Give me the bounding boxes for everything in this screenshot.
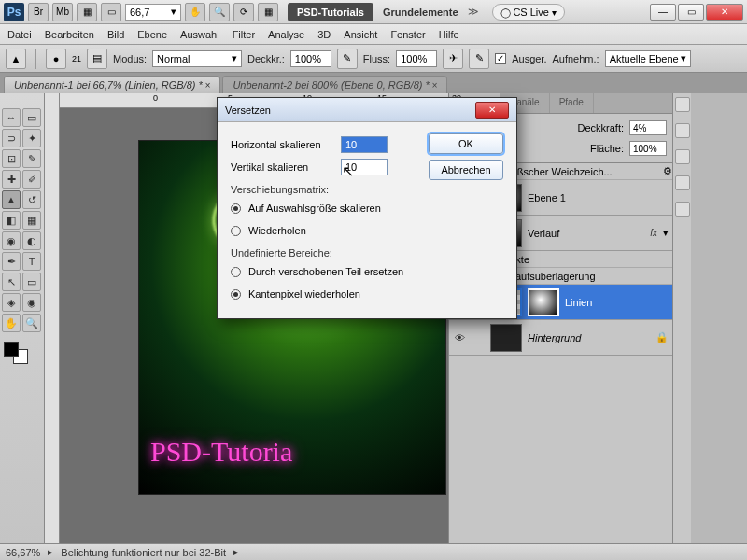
path-tool[interactable]: ↖	[2, 273, 21, 291]
shape-tool[interactable]: ▭	[22, 273, 41, 291]
radio-kantenpixel[interactable]	[231, 289, 241, 300]
crop-tool[interactable]: ⊡	[2, 149, 21, 168]
brush-preset-icon[interactable]: ●	[46, 49, 66, 69]
foreground-color[interactable]	[4, 342, 19, 357]
ausger-checkbox[interactable]	[495, 53, 506, 64]
modus-dropdown[interactable]: Normal▾	[152, 50, 242, 67]
flaeche-input[interactable]: 100%	[629, 141, 667, 156]
lock-icon: 🔒	[655, 331, 669, 343]
bridge-icon[interactable]: Br	[28, 3, 49, 21]
dialog-close-button[interactable]: ✕	[475, 102, 509, 119]
menu-auswahl[interactable]: Auswahl	[180, 29, 219, 40]
layer-mask-thumbnail[interactable]	[528, 288, 559, 316]
maximize-button[interactable]: ▭	[678, 4, 704, 21]
3d-camera-tool[interactable]: ◉	[22, 293, 41, 312]
type-tool[interactable]: T	[22, 252, 41, 271]
artwork-text: PSD-Tutoria	[150, 436, 292, 468]
history-brush-tool[interactable]: ↺	[22, 190, 41, 209]
status-message: Belichtung funktioniert nur bei 32-Bit	[61, 547, 226, 558]
eyedropper-tool[interactable]: ✎	[22, 149, 41, 168]
rotate-icon[interactable]: ⟳	[233, 3, 254, 21]
fluss-input[interactable]: 100%	[396, 50, 437, 67]
radio-wiederholen[interactable]	[231, 226, 241, 236]
menu-ansicht[interactable]: Ansicht	[344, 29, 377, 40]
marquee-tool[interactable]: ▭	[22, 108, 41, 127]
panel-icon-1[interactable]	[675, 97, 690, 112]
hand-icon[interactable]: ✋	[185, 3, 205, 21]
ok-button[interactable]: OK	[429, 133, 503, 154]
doc-tab-2[interactable]: Unbenannt-2 bei 800% (Ebene 0, RGB/8) * …	[222, 76, 447, 93]
heal-tool[interactable]: ✚	[2, 170, 21, 189]
airbrush-icon[interactable]: ✈	[443, 49, 463, 69]
brush-panel-icon[interactable]: ▤	[87, 49, 107, 69]
wand-tool[interactable]: ✦	[22, 129, 41, 147]
menu-bearbeiten[interactable]: Bearbeiten	[45, 29, 94, 40]
layer-thumbnail[interactable]	[490, 324, 522, 352]
panel-icon-5[interactable]	[675, 202, 690, 217]
menu-bild[interactable]: Bild	[107, 29, 124, 40]
lasso-tool[interactable]: ⊃	[2, 129, 21, 147]
blur-tool[interactable]: ◉	[2, 231, 21, 250]
stamp-tool-icon[interactable]: ▲	[6, 49, 26, 69]
layer-name[interactable]: Linien	[565, 297, 592, 308]
cancel-button[interactable]: Abbrechen	[429, 160, 503, 180]
menu-fenster[interactable]: Fenster	[390, 29, 425, 40]
screenmode-icon[interactable]: ▭	[101, 3, 121, 21]
visibility-icon[interactable]: 👁	[453, 331, 466, 344]
dodge-tool[interactable]: ◐	[22, 231, 41, 250]
pressure-opacity-icon[interactable]: ✎	[337, 49, 358, 69]
fluss-label: Fluss:	[363, 53, 390, 64]
vertical-input[interactable]	[341, 159, 388, 175]
chevrons-icon[interactable]: ≫	[468, 6, 479, 18]
menu-ebene[interactable]: Ebene	[137, 29, 167, 40]
horizontal-input[interactable]	[341, 136, 388, 153]
ausger-label: Ausger.	[512, 53, 546, 64]
zoom-icon[interactable]: 🔍	[209, 3, 230, 21]
fx-icon[interactable]: fx	[650, 228, 657, 238]
panel-icon-2[interactable]	[675, 123, 690, 138]
deckkraft-input[interactable]: 100%	[290, 50, 331, 67]
status-bar: 66,67% ▸ Belichtung funktioniert nur bei…	[0, 543, 747, 560]
radio-auswahl-skalieren[interactable]	[231, 203, 241, 214]
pressure-size-icon[interactable]: ✎	[469, 49, 489, 69]
title-bar: Ps Br Mb ▦ ▭ 66,7▾ ✋ 🔍 ⟳ ▦ PSD-Tutorials…	[0, 0, 747, 24]
layer-name[interactable]: Verlauf	[528, 228, 559, 239]
aufnehm-dropdown[interactable]: Aktuelle Ebene▾	[605, 50, 691, 67]
hand-tool[interactable]: ✋	[2, 314, 21, 332]
cs-live-button[interactable]: ◯ CS Live ▾	[492, 4, 565, 21]
dialog-titlebar[interactable]: Versetzen ✕	[218, 98, 516, 122]
layer-name[interactable]: Ebene 1	[528, 192, 566, 203]
color-swatches[interactable]	[2, 342, 30, 364]
status-zoom[interactable]: 66,67%	[6, 547, 40, 558]
panel-icon-3[interactable]	[675, 149, 690, 164]
eraser-tool[interactable]: ◧	[2, 211, 21, 230]
3d-tool[interactable]: ◈	[2, 293, 21, 312]
layer-hintergrund[interactable]: 👁 Hintergrund 🔒	[449, 320, 672, 356]
zoom-display[interactable]: 66,7▾	[125, 4, 181, 21]
radio-verschobenen[interactable]	[231, 267, 241, 277]
minibridge-icon[interactable]: Mb	[52, 3, 73, 21]
workspace-subtitle[interactable]: Grundelemente	[383, 7, 458, 18]
stamp-tool[interactable]: ▲	[2, 190, 21, 209]
doc-tab-1[interactable]: Unbenannt-1 bei 66,7% (Linien, RGB/8) * …	[4, 76, 220, 93]
zoom-tool[interactable]: 🔍	[22, 314, 41, 332]
minimize-button[interactable]: —	[650, 4, 676, 21]
gradient-tool[interactable]: ▦	[22, 211, 41, 230]
tab-pfade[interactable]: Pfade	[550, 93, 594, 113]
move-tool[interactable]: ↔	[2, 108, 21, 127]
document-tabs: Unbenannt-1 bei 66,7% (Linien, RGB/8) * …	[0, 73, 747, 93]
extra-icon[interactable]: ▦	[258, 3, 278, 21]
menu-3d[interactable]: 3D	[317, 29, 331, 40]
menu-analyse[interactable]: Analyse	[268, 29, 304, 40]
close-button[interactable]: ✕	[706, 4, 743, 21]
brush-tool[interactable]: ✐	[22, 170, 41, 189]
arrange-icon[interactable]: ▦	[77, 3, 97, 21]
layer-name[interactable]: Hintergrund	[528, 332, 581, 343]
panel-icon-4[interactable]	[675, 175, 690, 190]
menu-datei[interactable]: Datei	[7, 29, 32, 40]
deckkraft-panel-input[interactable]: 4%	[629, 120, 667, 135]
pen-tool[interactable]: ✒	[2, 252, 21, 271]
workspace-title[interactable]: PSD-Tutorials	[288, 3, 374, 21]
menu-hilfe[interactable]: Hilfe	[439, 29, 459, 40]
menu-filter[interactable]: Filter	[233, 29, 255, 40]
